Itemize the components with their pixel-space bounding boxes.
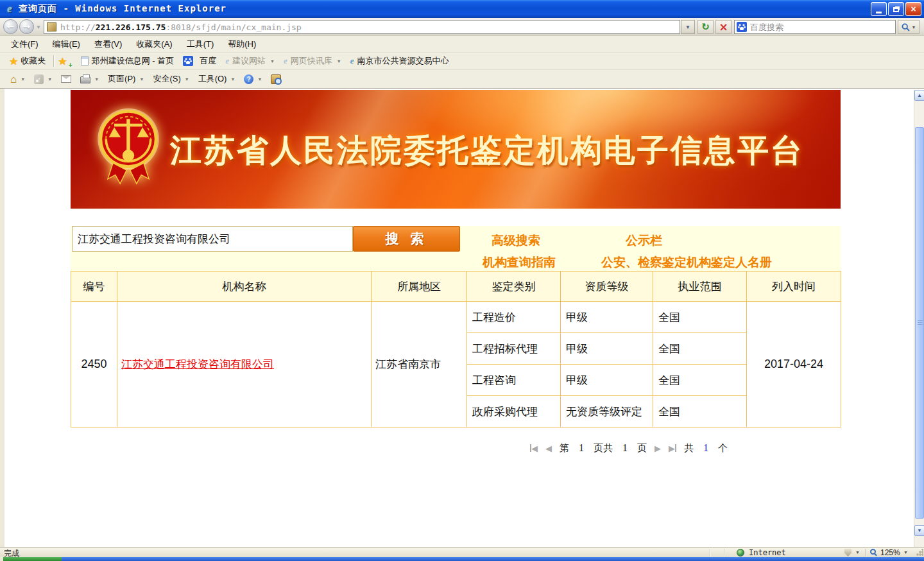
add-favorite-button[interactable]: ★+ — [58, 55, 69, 67]
dropdown-caret-icon: ▼ — [94, 77, 99, 82]
resize-grip[interactable] — [916, 549, 923, 557]
next-page-button[interactable]: ▶ — [654, 444, 661, 453]
print-button[interactable]: ▼ — [76, 73, 103, 85]
minimize-icon — [876, 12, 882, 13]
back-button[interactable]: ← — [3, 19, 18, 34]
col-header-category: 鉴定类别 — [467, 272, 561, 302]
scrollbar-down-button[interactable]: ▼ — [914, 525, 924, 536]
dropdown-caret-icon: ▼ — [257, 77, 262, 82]
fav-item-zhengzhou[interactable]: 郑州建设信息网 - 首页 — [76, 54, 179, 68]
search-go-button[interactable]: ▼ — [898, 20, 920, 34]
menu-view[interactable]: 查看(V) — [87, 37, 129, 52]
col-header-name: 机构名称 — [117, 272, 372, 302]
favorites-star-icon: ★ — [9, 55, 18, 67]
results-table: 编号 机构名称 所属地区 鉴定类别 资质等级 执业范围 列入时间 2450 江苏… — [71, 271, 841, 427]
appraiser-roster-link[interactable]: 公安、检察鉴定机构鉴定人名册 — [601, 254, 772, 271]
internet-globe-icon — [737, 549, 744, 557]
home-button[interactable]: ⌂▼ — [6, 72, 29, 87]
scrollbar-thumb[interactable] — [915, 127, 924, 519]
org-search-input[interactable] — [72, 226, 353, 252]
current-page-value: 1 — [579, 442, 584, 454]
advanced-search-link[interactable]: 高级搜索 — [492, 232, 540, 249]
feeds-button[interactable]: ▼ — [30, 73, 56, 86]
zoom-magnifier-icon[interactable] — [870, 549, 876, 555]
dropdown-caret-icon: ▼ — [270, 59, 275, 64]
plus-icon: + — [69, 62, 73, 69]
fav-item-web-slices[interactable]: e网页快讯库▼ — [279, 54, 346, 68]
first-page-button[interactable]: ◀ — [530, 444, 538, 453]
add-favorite-star-icon: ★ — [58, 56, 67, 67]
research-icon — [271, 74, 281, 84]
window-title: 查询页面 - Windows Internet Explorer — [19, 3, 227, 15]
window-edge — [0, 89, 4, 547]
refresh-button[interactable]: ↻ — [697, 20, 714, 34]
help-button[interactable]: ?▼ — [240, 73, 266, 86]
rss-icon — [34, 74, 44, 84]
title-bar: e 查询页面 - Windows Internet Explorer × — [0, 0, 924, 18]
dropdown-caret-icon: ▼ — [21, 77, 25, 82]
search-options-caret-icon[interactable]: ▼ — [912, 25, 916, 30]
restore-button[interactable] — [888, 2, 904, 16]
prev-page-button[interactable]: ◀ — [545, 444, 552, 453]
tools-menu-button[interactable]: 工具(O)▼ — [194, 71, 239, 87]
last-page-button[interactable]: ▶ — [669, 444, 676, 453]
read-mail-button[interactable] — [57, 73, 75, 85]
query-guide-link[interactable]: 机构查询指南 — [483, 254, 556, 271]
menu-file[interactable]: 文件(F) — [4, 37, 46, 52]
address-bar[interactable]: http://221.226.175.75:8018/sfjd/main/cx_… — [44, 20, 680, 34]
address-dropdown-button[interactable]: ▼ — [681, 20, 695, 34]
ie-icon: e — [225, 56, 229, 66]
zoom-level[interactable]: 125% — [880, 548, 900, 557]
ie-icon: e — [284, 56, 287, 66]
dropdown-caret-icon: ▼ — [139, 77, 144, 82]
protected-mode-caret-icon[interactable]: ▼ — [855, 550, 860, 555]
quick-search-input[interactable] — [750, 22, 893, 32]
history-chevron-icon[interactable]: ▼ — [36, 24, 41, 30]
quick-search-box[interactable] — [734, 20, 896, 34]
scrollbar-up-button[interactable]: ▲ — [914, 90, 924, 101]
favorites-button[interactable]: ★收藏夹 — [5, 54, 49, 69]
menu-edit[interactable]: 编辑(E) — [46, 37, 87, 52]
dropdown-caret-icon: ▼ — [185, 77, 189, 82]
close-button[interactable]: × — [905, 2, 921, 16]
org-name-link[interactable]: 江苏交通工程投资咨询有限公司 — [121, 358, 274, 370]
scope-cell: 全国 — [653, 365, 747, 396]
fav-item-nanjing[interactable]: e南京市公共资源交易中心 — [346, 54, 454, 68]
forward-button[interactable]: → — [19, 19, 34, 34]
pagination-label: 第 — [560, 442, 569, 454]
baidu-paw-icon — [183, 56, 193, 66]
windows-taskbar[interactable] — [0, 557, 924, 561]
stop-button[interactable]: × — [715, 20, 732, 34]
menu-tools[interactable]: 工具(T) — [180, 37, 221, 52]
favorites-bar: ★收藏夹 ★+ 郑州建设信息网 - 首页 百度 e建议网站▼ e网页快讯库▼ e… — [0, 53, 924, 70]
scope-cell: 全国 — [653, 302, 747, 333]
minimize-button[interactable] — [871, 2, 887, 16]
start-button[interactable] — [3, 557, 62, 561]
site-title: 江苏省人民法院委托鉴定机构电子信息平台 — [170, 130, 804, 172]
menu-help[interactable]: 帮助(H) — [221, 37, 263, 52]
page-menu-button[interactable]: 页面(P)▼ — [104, 71, 148, 87]
fav-item-suggested-sites[interactable]: e建议网站▼ — [221, 54, 279, 68]
date-cell: 2017-04-24 — [747, 302, 841, 427]
menu-bar: 文件(F) 编辑(E) 查看(V) 收藏夹(A) 工具(T) 帮助(H) — [0, 36, 924, 53]
status-separator — [710, 549, 710, 557]
ie-icon: e — [350, 56, 354, 66]
menu-favorites[interactable]: 收藏夹(A) — [129, 37, 179, 52]
zoom-caret-icon[interactable]: ▼ — [903, 550, 908, 555]
public-board-link[interactable]: 公示栏 — [626, 232, 662, 249]
fav-item-baidu[interactable]: 百度 — [178, 54, 221, 68]
status-separator — [724, 549, 724, 557]
site-favicon — [47, 22, 56, 31]
safety-menu-button[interactable]: 安全(S)▼ — [149, 71, 193, 87]
restore-icon — [893, 7, 899, 12]
vertical-scrollbar[interactable]: ▲ ▼ — [914, 90, 924, 547]
search-button[interactable]: 搜 索 — [353, 226, 460, 252]
table-header-row: 编号 机构名称 所属地区 鉴定类别 资质等级 执业范围 列入时间 — [71, 272, 841, 302]
dropdown-caret-icon: ▼ — [47, 77, 52, 82]
research-button[interactable] — [267, 73, 285, 86]
scope-cell: 全国 — [653, 333, 747, 365]
ie-logo-icon: e — [4, 3, 15, 15]
protected-mode-shield-icon[interactable] — [844, 549, 851, 557]
org-name-cell: 江苏交通工程投资咨询有限公司 — [117, 302, 372, 427]
category-cell: 工程咨询 — [467, 365, 561, 396]
